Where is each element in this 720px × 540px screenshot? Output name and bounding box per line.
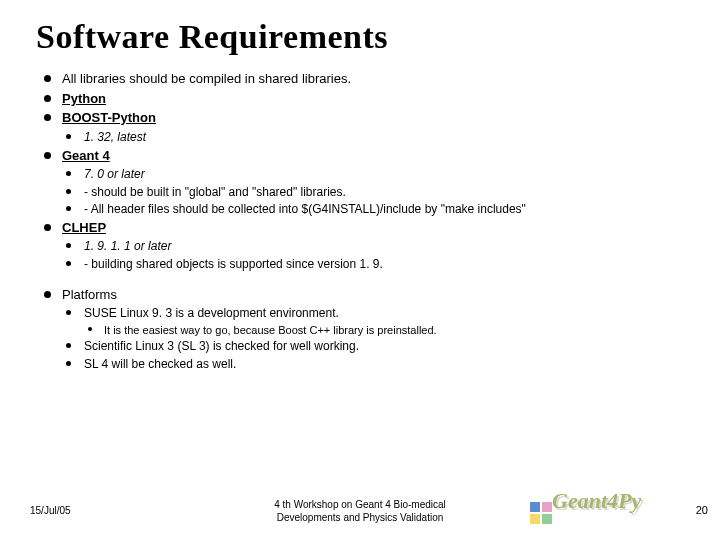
list-item: 1. 9. 1. 1 or later [62, 238, 690, 254]
list-item: All libraries should be compiled in shar… [40, 70, 690, 88]
footer: 15/Jul/05 4 th Workshop on Geant 4 Bio-m… [0, 486, 720, 530]
list-item: CLHEP 1. 9. 1. 1 or later - building sha… [40, 219, 690, 272]
venue-line1: 4 th Workshop on Geant 4 Bio-medical [274, 499, 446, 510]
svg-rect-3 [542, 514, 552, 524]
link-text: BOOST-Python [62, 110, 156, 125]
text: SUSE Linux 9. 3 is a development environ… [84, 306, 339, 320]
text: Platforms [62, 287, 117, 302]
spacer [40, 274, 690, 284]
text: 1. 32, latest [84, 130, 146, 144]
list-item: 1. 32, latest [62, 129, 690, 145]
svg-rect-1 [542, 502, 552, 512]
text: Scientific Linux 3 (SL 3) is checked for… [84, 339, 359, 353]
list-item: Python [40, 90, 690, 108]
geant4py-logo: Geant4Py [530, 484, 680, 524]
slide: Software Requirements All libraries shou… [0, 0, 720, 540]
slide-content: All libraries should be compiled in shar… [0, 60, 720, 372]
svg-rect-0 [530, 502, 540, 512]
text: 7. 0 or later [84, 167, 145, 181]
page-number: 20 [696, 504, 708, 516]
text: It is the easiest way to go, because Boo… [104, 324, 437, 336]
text: All libraries should be compiled in shar… [62, 71, 351, 86]
list-item: It is the easiest way to go, because Boo… [84, 323, 690, 338]
svg-rect-2 [530, 514, 540, 524]
text: - All header files should be collected i… [84, 202, 526, 216]
text: - should be built in "global" and "share… [84, 185, 346, 199]
venue-line2: Developments and Physics Validation [277, 512, 444, 523]
list-item: Scientific Linux 3 (SL 3) is checked for… [62, 338, 690, 354]
list-item: Geant 4 7. 0 or later - should be built … [40, 147, 690, 217]
logo-text: Geant4Py [552, 488, 641, 514]
list-item: - All header files should be collected i… [62, 201, 690, 217]
text: - building shared objects is supported s… [84, 257, 383, 271]
link-text: CLHEP [62, 220, 106, 235]
text: SL 4 will be checked as well. [84, 357, 236, 371]
bullet-list: All libraries should be compiled in shar… [40, 70, 690, 372]
list-item: - should be built in "global" and "share… [62, 184, 690, 200]
list-item: Platforms SUSE Linux 9. 3 is a developme… [40, 286, 690, 372]
slide-title: Software Requirements [0, 0, 720, 60]
list-item: SUSE Linux 9. 3 is a development environ… [62, 305, 690, 337]
list-item: 7. 0 or later [62, 166, 690, 182]
text: 1. 9. 1. 1 or later [84, 239, 171, 253]
list-item: SL 4 will be checked as well. [62, 356, 690, 372]
link-text: Geant 4 [62, 148, 110, 163]
list-item: - building shared objects is supported s… [62, 256, 690, 272]
link-text: Python [62, 91, 106, 106]
list-item: BOOST-Python 1. 32, latest [40, 109, 690, 145]
